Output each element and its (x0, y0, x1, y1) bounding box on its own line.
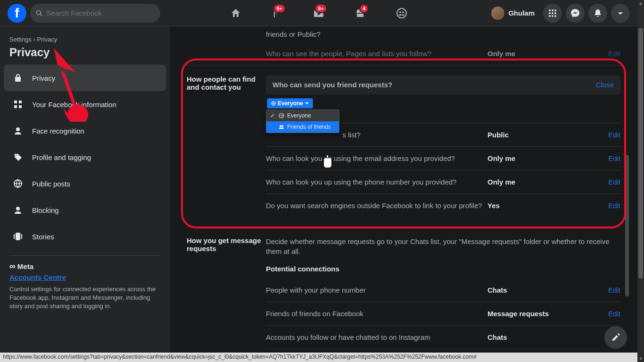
edit-link[interactable]: Edit (608, 131, 620, 139)
sidebar-item-label: Privacy (32, 74, 55, 82)
sidebar-item-stories[interactable]: Stories (4, 223, 166, 250)
audience-dropdown: Everyone Everyone Friends of friends (266, 98, 620, 109)
edit-link[interactable]: Edit (608, 286, 620, 294)
sidebar-item-label: Your Facebook information (32, 101, 116, 109)
accounts-centre-link[interactable]: Accounts Centre (4, 273, 166, 281)
browser-scrollbar[interactable]: ▲ ▼ (637, 0, 644, 362)
accounts-centre-help: Control settings for connected experienc… (4, 285, 166, 311)
sidebar-item-your-info[interactable]: Your Facebook information (4, 91, 166, 118)
setting-value: Only me (487, 178, 582, 186)
avatar (491, 7, 504, 20)
badge-nav3: 9+ (314, 4, 327, 13)
edit-link[interactable]: Edit (608, 50, 620, 58)
audience-dropdown-menu: Everyone Friends of friends (266, 109, 339, 133)
lock-icon (9, 69, 26, 86)
dropdown-option-friends-of-friends[interactable]: Friends of friends (266, 121, 339, 133)
scroll-up-arrow[interactable]: ▲ (637, 0, 644, 7)
setting-value: Chats (487, 333, 582, 341)
grid-icon (548, 8, 557, 18)
setting-value: Only me (487, 50, 582, 58)
svg-point-11 (554, 15, 556, 17)
setting-value: Message requests (487, 310, 582, 318)
edit-link[interactable]: Edit (608, 154, 620, 162)
search-input[interactable] (47, 9, 155, 17)
nav-home[interactable] (217, 2, 255, 25)
section-message-requests: How you get message requests Decide whet… (187, 227, 620, 362)
main-content: friends or Public? Who can see the peopl… (170, 26, 637, 362)
svg-point-10 (552, 15, 553, 17)
breadcrumb: Settings › Privacy (4, 36, 166, 43)
sidebar-item-label: Face recognition (32, 127, 84, 135)
setting-question: People with your phone number (266, 286, 487, 294)
menu-button[interactable] (543, 4, 562, 23)
sidebar-item-face-recognition[interactable]: Face recognition (4, 118, 166, 144)
nav-flag[interactable]: 9+ (258, 2, 296, 25)
search-box[interactable] (30, 4, 160, 23)
nav-groups[interactable] (383, 2, 421, 25)
messenger-button[interactable] (566, 4, 585, 23)
edit-link[interactable]: Edit (608, 310, 620, 318)
scroll-down-arrow[interactable]: ▼ (637, 355, 644, 362)
face-icon (9, 122, 26, 139)
badge-nav2: 9+ (273, 4, 286, 13)
home-icon (230, 8, 241, 19)
notifications-button[interactable] (588, 4, 607, 23)
section-label: How you get message requests (187, 236, 266, 362)
globe-icon (9, 175, 26, 192)
breadcrumb-settings[interactable]: Settings (9, 36, 32, 43)
sidebar-item-blocking[interactable]: Blocking (4, 197, 166, 223)
account-menu-button[interactable] (611, 4, 630, 23)
sidebar-item-label: Blocking (32, 206, 59, 214)
svg-rect-12 (14, 101, 17, 103)
sidebar-item-profile-tagging[interactable]: Profile and tagging (4, 144, 166, 170)
cutoff-text-top: friends or Public? (187, 26, 620, 42)
svg-point-4 (552, 9, 553, 11)
browser-status-bar: https://www.facebook.com/settings?tab=pr… (0, 353, 637, 362)
setting-question: Who can look you up using the email addr… (266, 154, 487, 162)
setting-value: Only me (487, 154, 582, 162)
svg-point-2 (402, 11, 404, 13)
setting-row: Friends of friends on Facebook Message r… (266, 302, 620, 325)
stories-icon (9, 228, 26, 245)
edit-fab[interactable] (604, 326, 627, 349)
svg-point-24 (280, 125, 281, 127)
svg-rect-14 (14, 105, 17, 108)
profile-chip[interactable]: Ghulam (489, 5, 539, 22)
sidebar-item-label: Public posts (32, 180, 70, 188)
setting-value: Public (487, 131, 582, 139)
setting-row: Who can look you up using the phone numb… (266, 170, 620, 194)
content-scrollbar-thumb[interactable] (625, 155, 629, 296)
tag-icon (9, 149, 26, 166)
right-nav: Ghulam (489, 4, 637, 23)
facebook-logo[interactable]: f (8, 4, 26, 23)
expanded-question: Who can send you friend requests? (272, 81, 392, 89)
nav-watch[interactable]: 9+ (300, 2, 338, 25)
content-scrollbar[interactable] (625, 56, 629, 353)
expanded-setting-header: Who can send you friend requests? Close (266, 75, 620, 94)
sidebar-item-public-posts[interactable]: Public posts (4, 170, 166, 197)
dropdown-option-everyone[interactable]: Everyone (266, 110, 339, 121)
edit-icon (611, 333, 620, 342)
grid-icon (9, 96, 26, 113)
edit-link[interactable]: Edit (608, 178, 620, 186)
setting-question: Friends of friends on Facebook (266, 310, 487, 318)
page-title: Privacy (4, 46, 166, 59)
setting-question: Who can see the people, Pages and lists … (266, 50, 487, 58)
nav-marketplace[interactable]: 4 (341, 2, 379, 25)
svg-rect-15 (19, 105, 22, 108)
scrollbar-thumb[interactable] (638, 28, 643, 278)
globe-icon (271, 101, 276, 106)
setting-row: Who can look you up using the email addr… (266, 146, 620, 170)
meta-logo: Meta (4, 261, 166, 271)
setting-row: Who can see the people, Pages and lists … (266, 42, 620, 65)
bell-icon (593, 8, 603, 18)
section-find-contact: How people can find and contact you Who … (187, 65, 620, 227)
setting-value: Yes (487, 202, 582, 210)
setting-question: Accounts you follow or have chatted to o… (266, 333, 487, 341)
divider (9, 255, 160, 256)
edit-link[interactable]: Edit (608, 202, 620, 210)
audience-dropdown-button[interactable]: Everyone (267, 98, 313, 109)
sidebar-item-privacy[interactable]: Privacy (4, 65, 166, 91)
close-link[interactable]: Close (596, 81, 614, 89)
svg-point-0 (397, 8, 406, 18)
